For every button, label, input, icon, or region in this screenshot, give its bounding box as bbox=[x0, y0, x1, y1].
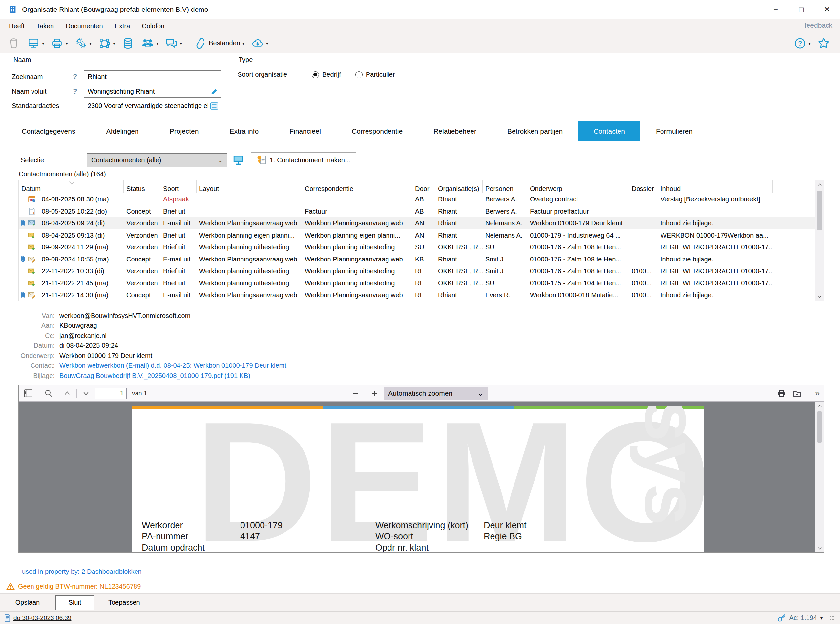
minimize-button[interactable]: − bbox=[763, 0, 789, 19]
cloud-download-button[interactable]: ▾ bbox=[249, 36, 270, 51]
scroll-up-icon[interactable] bbox=[815, 181, 824, 189]
maximize-button[interactable]: □ bbox=[789, 0, 814, 19]
database-button[interactable] bbox=[120, 36, 136, 51]
table-row[interactable]: 10 21-11-2022 21:45 (ma) Verzonden Brief… bbox=[19, 277, 815, 289]
last-change-link[interactable]: do 30-03-2023 06:39 bbox=[14, 615, 71, 622]
column-header-status[interactable]: Status bbox=[124, 181, 161, 193]
column-header-door[interactable]: Door bbox=[412, 181, 435, 193]
sluit-button[interactable]: Sluit bbox=[56, 595, 94, 610]
column-header-personen[interactable]: Personen bbox=[483, 181, 527, 193]
tab[interactable]: Projecten bbox=[154, 121, 214, 141]
dropdown-caret-icon[interactable]: ▾ bbox=[180, 41, 182, 46]
scrollbar-thumb[interactable] bbox=[817, 191, 822, 230]
tab[interactable]: Correspondentie bbox=[336, 121, 418, 141]
relations-button[interactable]: ▾ bbox=[96, 36, 116, 51]
zoom-out-icon[interactable] bbox=[352, 389, 360, 397]
messages-button[interactable]: ▾ bbox=[163, 36, 184, 51]
previous-page-icon[interactable] bbox=[63, 389, 71, 397]
column-header-correspondentie[interactable]: Correspondentie bbox=[302, 181, 412, 193]
email-detail-value[interactable]: BouwGraag Bouwbedrijf B.V._20250408_0100… bbox=[59, 372, 250, 380]
tab[interactable]: Relatiebeheer bbox=[418, 121, 492, 141]
column-header-onderwerp[interactable]: Onderwerp bbox=[527, 181, 629, 193]
next-page-icon[interactable] bbox=[82, 389, 90, 397]
scroll-up-icon[interactable] bbox=[815, 402, 824, 410]
column-header-layout[interactable]: Layout bbox=[196, 181, 302, 193]
sort-descending-icon[interactable] bbox=[68, 181, 75, 185]
resize-grip[interactable] bbox=[829, 615, 834, 621]
table-scrollbar[interactable] bbox=[815, 181, 824, 301]
scroll-down-icon[interactable] bbox=[815, 292, 824, 301]
help-question-icon[interactable]: ? bbox=[73, 87, 84, 96]
naam-voluit-field[interactable] bbox=[84, 85, 221, 98]
zoeknaam-field[interactable] bbox=[84, 70, 221, 83]
more-tools-icon[interactable]: » bbox=[815, 388, 819, 398]
table-row[interactable]: 10 08-04-2025 09:24 (di) Verzonden E-mai… bbox=[19, 217, 815, 229]
table-row[interactable]: 10 04-08-2025 08:30 (ma) Afspraak bbox=[19, 193, 815, 205]
help-button[interactable]: ? ▾ bbox=[792, 36, 812, 51]
screen-view-icon[interactable] bbox=[232, 154, 244, 166]
tab[interactable]: Contactgegevens bbox=[6, 121, 91, 141]
screen-button[interactable]: ▾ bbox=[25, 36, 46, 51]
menu-item[interactable]: Heeft bbox=[9, 22, 25, 30]
dropdown-caret-icon[interactable]: ▾ bbox=[820, 616, 823, 620]
standaardacties-field[interactable] bbox=[84, 99, 221, 112]
zoom-select[interactable]: Automatisch zoomen ⌄ bbox=[384, 387, 488, 400]
tab[interactable]: Financieel bbox=[274, 121, 336, 141]
email-detail-value[interactable]: Werkbon webwerkbon (E-mail) d.d. 08-04-2… bbox=[59, 362, 286, 369]
column-header-inhoud[interactable]: Inhoud bbox=[658, 181, 773, 193]
close-button[interactable]: ✕ bbox=[814, 0, 840, 19]
tab[interactable]: Contacten bbox=[578, 121, 641, 141]
zoom-in-icon[interactable] bbox=[371, 389, 378, 397]
table-row[interactable]: 10 08-04-2025 09:13 (di) Verzonden Brief… bbox=[19, 229, 815, 241]
opslaan-button[interactable]: Opslaan bbox=[8, 595, 47, 610]
list-picker-icon[interactable] bbox=[210, 102, 219, 110]
menu-item[interactable]: Extra bbox=[115, 22, 130, 30]
settings-button[interactable]: ▾ bbox=[73, 36, 93, 51]
dashboard-usage-link[interactable]: used in property by: 2 Dashboardblokken bbox=[22, 568, 142, 575]
dropdown-caret-icon[interactable]: ▾ bbox=[156, 41, 159, 46]
menu-item[interactable]: Colofon bbox=[142, 22, 164, 30]
radio-option[interactable]: Particulier bbox=[355, 71, 395, 79]
tab[interactable]: Extra info bbox=[214, 121, 274, 141]
contactmoment-maken-button[interactable]: 1. Contactmoment maken... bbox=[251, 152, 356, 168]
table-row[interactable]: 10 22-11-2022 10:33 (di) Verzonden Brief… bbox=[19, 265, 815, 277]
pdf-scrollbar[interactable] bbox=[815, 402, 824, 553]
table-row[interactable]: 10 08-05-2025 10:22 (do) Concept Brief u… bbox=[19, 205, 815, 218]
tab[interactable]: Formulieren bbox=[641, 121, 708, 141]
tab[interactable]: Betrokken partijen bbox=[492, 121, 578, 141]
scrollbar-thumb[interactable] bbox=[817, 411, 822, 443]
pencil-icon[interactable] bbox=[210, 87, 219, 96]
column-header-soort[interactable]: Soort bbox=[161, 181, 196, 193]
dropdown-caret-icon[interactable]: ▾ bbox=[242, 41, 245, 46]
favorite-button[interactable] bbox=[815, 36, 832, 51]
feedback-link[interactable]: feedback bbox=[804, 21, 832, 29]
persons-button[interactable]: ▾ bbox=[139, 36, 160, 51]
page-number-input[interactable] bbox=[95, 388, 127, 399]
print-button[interactable]: ▾ bbox=[49, 36, 69, 51]
print-icon[interactable] bbox=[777, 389, 786, 398]
radio-option[interactable]: Bedrijf bbox=[312, 71, 341, 79]
selection-dropdown[interactable]: Contactmomenten (alle) ⌄ bbox=[87, 153, 227, 167]
search-icon[interactable] bbox=[44, 389, 53, 398]
toepassen-button[interactable]: Toepassen bbox=[103, 595, 146, 610]
dropdown-caret-icon[interactable]: ▾ bbox=[66, 41, 68, 46]
delete-button[interactable] bbox=[6, 36, 22, 51]
column-header-dossier[interactable]: Dossier bbox=[629, 181, 658, 193]
dropdown-caret-icon[interactable]: ▾ bbox=[89, 41, 91, 46]
table-row[interactable]: 10 09-09-2024 11:29 (ma) Verzonden Brief… bbox=[19, 241, 815, 253]
help-question-icon[interactable]: ? bbox=[73, 73, 84, 81]
bestanden-button[interactable]: Bestanden ▾ bbox=[191, 36, 246, 51]
download-icon[interactable] bbox=[792, 389, 801, 398]
sidebar-toggle-icon[interactable] bbox=[23, 388, 33, 398]
table-row[interactable]: 10 09-09-2024 10:55 (ma) Concept E-mail … bbox=[19, 253, 815, 266]
dropdown-caret-icon[interactable]: ▾ bbox=[809, 41, 811, 46]
menu-item[interactable]: Taken bbox=[36, 22, 54, 30]
tab[interactable]: Afdelingen bbox=[91, 121, 154, 141]
table-row[interactable]: 10 21-11-2022 14:30 (ma) Concept E-mail … bbox=[19, 289, 815, 301]
scroll-down-icon[interactable] bbox=[815, 544, 824, 553]
dropdown-caret-icon[interactable]: ▾ bbox=[113, 41, 115, 46]
dropdown-caret-icon[interactable]: ▾ bbox=[266, 41, 269, 46]
column-header-organisaties[interactable]: Organisatie(s) bbox=[435, 181, 483, 193]
dropdown-caret-icon[interactable]: ▾ bbox=[42, 41, 44, 46]
menu-item[interactable]: Documenten bbox=[66, 22, 103, 30]
